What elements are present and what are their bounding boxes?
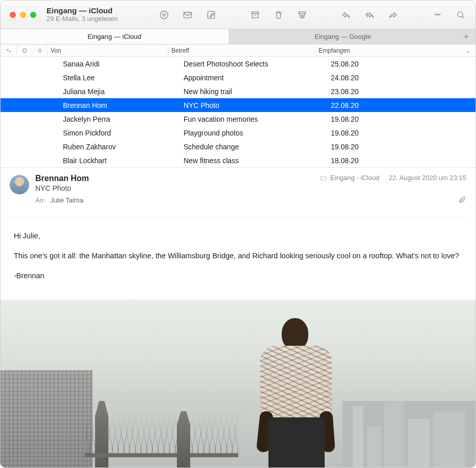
forward-icon[interactable]: [388, 9, 399, 20]
sort-direction-icon[interactable]: [1, 44, 17, 56]
window-title-block: Eingang — iCloud 29 E-Mails, 3 ungelesen: [47, 6, 118, 23]
body-paragraph: This one’s got it all: the Manhattan sky…: [14, 251, 462, 261]
message-row[interactable]: Stella LeeAppointment24.08.20: [1, 71, 475, 84]
attachment-icon[interactable]: [458, 195, 466, 206]
svg-point-6: [458, 12, 463, 17]
reply-all-icon[interactable]: [364, 9, 375, 20]
folder-chip[interactable]: Eingang - iCloud: [320, 174, 379, 182]
new-mail-icon[interactable]: [182, 9, 193, 20]
svg-rect-5: [299, 12, 305, 13]
window-subtitle: 29 E-Mails, 3 ungelesen: [47, 15, 118, 23]
row-from: Juliana Mejia: [63, 87, 184, 96]
folder-icon: [320, 174, 327, 182]
attached-image[interactable]: [1, 300, 475, 468]
more-icon[interactable]: [432, 9, 443, 20]
close-window-button[interactable]: [10, 12, 16, 18]
svg-rect-4: [252, 13, 258, 17]
new-tab-button[interactable]: +: [457, 29, 475, 44]
message-list: Sanaa AridiDesert Photoshoot Selects25.0…: [1, 57, 475, 167]
message-row[interactable]: Jackelyn PerraFun vacation memories19.08…: [1, 112, 475, 126]
row-subject: New fitness class: [184, 157, 331, 165]
row-subject: Schedule change: [184, 143, 331, 151]
message-row[interactable]: Ruben ZakharovSchedule change19.08.20: [1, 140, 475, 153]
row-from: Brennan Hom: [63, 101, 184, 109]
row-subject: Playground photos: [184, 129, 331, 137]
compose-icon[interactable]: [206, 9, 217, 20]
column-header-received-label: Empfangen: [319, 47, 350, 54]
unread-column-icon[interactable]: [17, 44, 32, 56]
row-subject: New hiking trail: [184, 87, 331, 96]
toolbar: [158, 9, 466, 20]
minimize-window-button[interactable]: [20, 12, 26, 18]
row-date: 24.08.20: [331, 74, 475, 82]
message-timestamp: 22. August 2020 um 23:15: [389, 174, 466, 182]
svg-marker-8: [38, 48, 42, 53]
sender-name: Brennan Hom: [35, 174, 89, 183]
svg-point-0: [161, 11, 168, 18]
row-from: Stella Lee: [63, 74, 184, 82]
junk-icon[interactable]: [297, 9, 308, 20]
message-row[interactable]: Blair LockhartNew fitness class18.08.20: [1, 153, 475, 167]
tab-google[interactable]: Eingang — Google: [229, 29, 458, 44]
message-header: Brennan Hom Eingang - iCloud 22. August …: [1, 167, 475, 211]
row-from: Blair Lockhart: [63, 157, 184, 165]
filter-icon[interactable]: [158, 9, 170, 20]
row-date: 19.08.20: [331, 115, 475, 123]
row-subject: Desert Photoshoot Selects: [184, 60, 331, 68]
message-row[interactable]: Brennan HomNYC Photo22.08.20: [1, 98, 475, 112]
tab-icloud[interactable]: Eingang — iCloud: [1, 29, 229, 44]
body-paragraph: Hi Julie,: [14, 231, 462, 241]
row-from: Ruben Zakharov: [63, 143, 184, 151]
delete-icon[interactable]: [273, 9, 284, 20]
body-paragraph: -Brennan: [14, 271, 462, 281]
archive-icon[interactable]: [250, 9, 261, 20]
svg-point-7: [22, 49, 26, 52]
message-row[interactable]: Simon PickfordPlayground photos19.08.20: [1, 126, 475, 140]
column-header: Von Betreff Empfangen ⌄: [1, 44, 475, 57]
folder-label: Eingang - iCloud: [330, 174, 379, 182]
row-date: 19.08.20: [331, 143, 475, 151]
sender-avatar[interactable]: [10, 175, 29, 194]
row-from: Sanaa Aridi: [63, 60, 184, 68]
window-controls: [10, 12, 36, 18]
mailbox-tabs: Eingang — iCloud Eingang — Google +: [1, 29, 475, 44]
message-row[interactable]: Sanaa AridiDesert Photoshoot Selects25.0…: [1, 57, 475, 71]
to-name: Julie Talma: [50, 196, 83, 204]
reply-icon[interactable]: [341, 9, 352, 20]
row-date: 23.08.20: [331, 87, 475, 96]
flag-column-icon[interactable]: [32, 44, 48, 56]
titlebar: Eingang — iCloud 29 E-Mails, 3 ungelesen: [1, 1, 475, 29]
column-header-received[interactable]: Empfangen ⌄: [315, 44, 475, 56]
search-icon[interactable]: [455, 9, 466, 20]
row-subject: Appointment: [184, 74, 331, 82]
row-date: 25.08.20: [331, 60, 475, 68]
window-title: Eingang — iCloud: [47, 6, 118, 15]
zoom-window-button[interactable]: [30, 12, 36, 18]
to-line: An: Julie Talma: [35, 196, 83, 204]
row-subject: Fun vacation memories: [184, 115, 331, 123]
message-body: Hi Julie, This one’s got it all: the Man…: [1, 217, 475, 300]
svg-rect-1: [184, 12, 192, 18]
column-header-subject[interactable]: Betreff: [168, 44, 315, 56]
row-date: 19.08.20: [331, 129, 475, 137]
chevron-down-icon: ⌄: [465, 47, 470, 54]
to-label: An:: [35, 196, 46, 204]
message-subject: NYC Photo: [35, 184, 466, 192]
row-date: 18.08.20: [331, 157, 475, 165]
row-from: Simon Pickford: [63, 129, 184, 137]
message-row[interactable]: Juliana MejiaNew hiking trail23.08.20: [1, 84, 475, 98]
column-header-from[interactable]: Von: [48, 44, 168, 56]
row-date: 22.08.20: [331, 101, 475, 109]
row-subject: NYC Photo: [184, 101, 331, 109]
row-from: Jackelyn Perra: [63, 115, 184, 123]
